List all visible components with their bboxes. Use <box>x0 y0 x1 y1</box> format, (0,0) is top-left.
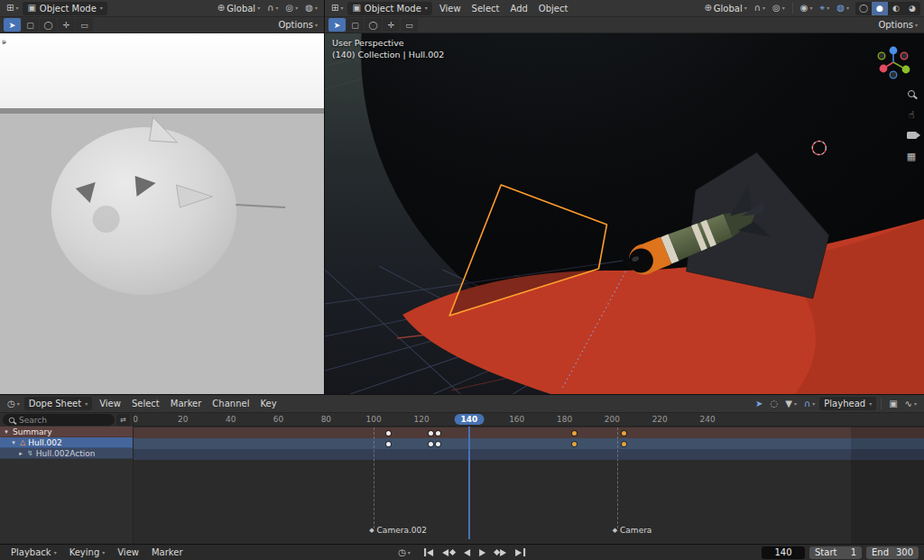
menu-view[interactable]: View <box>434 2 467 15</box>
menu-key[interactable]: Key <box>254 397 282 410</box>
toggle-ortho-button[interactable]: ▦ <box>904 150 919 162</box>
object-mode-icon: ▣ <box>352 4 360 13</box>
channel-hull.002[interactable]: ▾△Hull.002 <box>0 437 133 448</box>
keyframe-dot[interactable] <box>429 442 433 446</box>
channel-list: ▾Summary▾△Hull.002▸↯Hull.002Action <box>0 427 133 459</box>
keyframe-dot[interactable] <box>429 431 433 436</box>
transform-orientation-dropdown[interactable]: ⊕ Global ▾ <box>701 2 749 15</box>
options-dropdown[interactable]: Options ▾ <box>275 18 320 32</box>
mode-dropdown[interactable]: ▣ Object Mode ▾ <box>23 2 106 15</box>
menu-marker[interactable]: Marker <box>165 397 208 410</box>
menu-marker[interactable]: Marker <box>146 546 189 559</box>
tool-button-4[interactable]: ▭ <box>401 18 418 32</box>
shading-mode-0[interactable]: ◯ <box>855 2 872 15</box>
menu-view[interactable]: View <box>112 546 144 559</box>
keyframe-dot[interactable] <box>436 442 440 446</box>
interpolation-dropdown[interactable]: ∿ ▾ <box>902 397 919 410</box>
show-overlays-dropdown[interactable]: ◍ ▾ <box>834 2 852 15</box>
menu-object[interactable]: Object <box>533 2 574 15</box>
overlays-icon: ◍ <box>305 4 313 13</box>
start-frame-field[interactable]: Start 1 <box>809 546 862 559</box>
options-dropdown[interactable]: Options ▾ <box>875 18 920 32</box>
channel-expander-icon[interactable]: ▾ <box>10 439 17 446</box>
viewport-right-canvas[interactable]: User Perspective (140) Collection | Hull… <box>325 33 924 394</box>
zoom-button[interactable] <box>904 87 919 100</box>
marker-camera[interactable]: ◆Camera <box>613 526 652 535</box>
navigation-gizmo[interactable] <box>872 41 915 84</box>
tool-button-1[interactable]: ▢ <box>346 18 364 32</box>
play-button[interactable] <box>476 546 489 559</box>
tool-button-0[interactable]: ➤ <box>328 18 346 32</box>
marker-camera.002[interactable]: ◆Camera.002 <box>369 526 427 535</box>
keyframe-dot[interactable] <box>622 431 626 436</box>
tool-button-2[interactable]: ◯ <box>40 18 57 32</box>
menu-playback[interactable]: Playback▾ <box>5 546 62 559</box>
keyframe-area[interactable]: ◆Camera.002◆Camera <box>0 413 924 544</box>
ghost-icon: ◌ <box>771 399 779 409</box>
keyframe-dot[interactable] <box>572 431 577 436</box>
show-hidden-toggle[interactable]: ◌ <box>768 397 781 410</box>
show-gizmo-dropdown[interactable]: ⌖ ▾ <box>818 2 833 15</box>
toolbar-toggle-arrow[interactable]: ▸ <box>3 37 6 45</box>
snap-dropdown[interactable]: ∩ ▾ <box>264 2 281 15</box>
end-frame-field[interactable]: End 300 <box>866 546 919 559</box>
previous-keyframe-button[interactable] <box>439 546 458 559</box>
camera-view-button[interactable] <box>904 129 919 142</box>
tool-button-4[interactable]: ▭ <box>76 18 93 32</box>
editor-type-dropdown[interactable]: ⊞ ▾ <box>4 2 21 15</box>
keyframe-type-button[interactable]: ▣ <box>886 397 900 410</box>
keyframe-dot[interactable] <box>436 431 440 436</box>
tool-button-0[interactable]: ➤ <box>4 18 21 32</box>
channel-hull.002action[interactable]: ▸↯Hull.002Action <box>0 448 133 459</box>
menu-view[interactable]: View <box>94 397 126 410</box>
menu-channel[interactable]: Channel <box>207 397 254 410</box>
menu-keying[interactable]: Keying▾ <box>64 546 111 559</box>
tool-button-1[interactable]: ▢ <box>22 18 39 32</box>
current-frame-field[interactable]: 140 <box>762 546 805 559</box>
mode-dropdown[interactable]: ▣ Object Mode ▾ <box>347 2 431 15</box>
jump-to-start-button[interactable] <box>420 546 438 559</box>
tool-button-3[interactable]: ✛ <box>383 18 400 32</box>
tool-button-3[interactable]: ✛ <box>58 18 75 32</box>
next-keyframe-button[interactable] <box>491 546 511 559</box>
sync-dropdown[interactable]: ◷ ▾ <box>395 546 413 559</box>
play-reverse-button[interactable] <box>460 546 474 559</box>
channel-expander-icon[interactable]: ▾ <box>3 428 10 436</box>
object-visibility-dropdown[interactable]: ◉ ▾ <box>798 2 816 15</box>
shading-mode-1[interactable]: ● <box>872 2 888 15</box>
keyframe-dot[interactable] <box>572 442 577 446</box>
editor-type-dropdown[interactable]: ⊞ ▾ <box>328 2 346 15</box>
playhead-line[interactable] <box>468 426 470 539</box>
tool-button-2[interactable]: ◯ <box>365 18 382 32</box>
editor-type-dropdown[interactable]: ◷ ▾ <box>5 397 23 410</box>
only-selected-toggle[interactable]: ➤ <box>753 397 765 410</box>
timeline-ruler[interactable]: 140 020406080100120160180200220240 <box>134 413 924 427</box>
dopesheet-mode-dropdown[interactable]: Dope Sheet ▾ <box>24 397 92 410</box>
shading-mode-3[interactable]: ◕ <box>904 2 920 15</box>
proportional-editing-dropdown[interactable]: ◎ ▾ <box>283 2 301 15</box>
keyframe-dot[interactable] <box>386 431 391 436</box>
snap-dropdown[interactable]: ∩ ▾ <box>801 397 818 410</box>
keyframe-dot[interactable] <box>386 442 391 446</box>
channel-search-box[interactable] <box>3 414 115 426</box>
filter-dropdown[interactable]: ▼ ▾ <box>782 397 799 410</box>
invert-filter-button[interactable]: ⇄ <box>116 414 130 426</box>
snap-dropdown[interactable]: ∩ ▾ <box>752 2 768 15</box>
chevron-down-icon: ▾ <box>794 401 797 407</box>
current-frame-badge[interactable]: 140 <box>454 414 484 425</box>
menu-select[interactable]: Select <box>126 397 165 410</box>
proportional-editing-dropdown[interactable]: ◎ ▾ <box>770 2 788 15</box>
channel-expander-icon[interactable]: ▸ <box>17 450 24 457</box>
overlays-dropdown[interactable]: ◍ ▾ <box>302 2 320 15</box>
menu-add[interactable]: Add <box>504 2 532 15</box>
pan-button[interactable]: ☝ <box>904 108 919 121</box>
jump-to-end-button[interactable] <box>512 546 529 559</box>
channel-summary[interactable]: ▾Summary <box>0 427 133 437</box>
transform-orientation-dropdown[interactable]: ⊕ Global ▾ <box>215 2 263 15</box>
keyframe-dot[interactable] <box>622 442 626 446</box>
shading-mode-2[interactable]: ◐ <box>888 2 904 15</box>
viewport-left-canvas[interactable]: ▸ <box>0 33 324 394</box>
menu-select[interactable]: Select <box>467 2 505 15</box>
search-input[interactable] <box>19 416 82 425</box>
playhead-snap-dropdown[interactable]: Playhead ▾ <box>819 397 876 410</box>
